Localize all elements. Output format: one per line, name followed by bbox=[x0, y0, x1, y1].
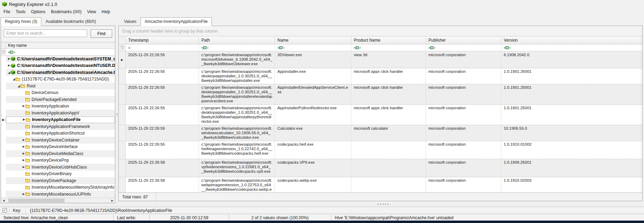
cell-timestamp[interactable]: 2025-11-29 22:26:59 bbox=[126, 125, 199, 141]
cell-product[interactable] bbox=[351, 159, 426, 177]
expand-arrow-icon[interactable]: ▶ bbox=[7, 64, 11, 67]
cell-timestamp[interactable]: 2025-11-29 22:26:58 bbox=[126, 177, 199, 192]
tab-amcache-inventoryapplicationfile[interactable]: Amcache-InventoryApplicationFile bbox=[141, 17, 212, 26]
cell-timestamp[interactable]: 2025-11-29 22:26:55 bbox=[126, 68, 199, 84]
expand-arrow-icon[interactable]: ▶ bbox=[22, 118, 26, 121]
cell-path[interactable]: c:\program files\windowsapps\microsoft.d… bbox=[199, 68, 275, 84]
filter-funnel-icon[interactable] bbox=[1, 49, 6, 55]
cell-publisher[interactable]: microsoft corporation bbox=[426, 177, 501, 192]
cell-version[interactable]: 1.0.1901.25001 bbox=[501, 84, 641, 104]
tree-horizontal-scrollbar[interactable]: ◀ ▶ bbox=[1, 198, 115, 203]
tree-row-inventoryapplicationshortcut[interactable]: InventoryApplicationShortcut bbox=[1, 130, 115, 137]
tree-row-inventorydevicecontainer[interactable]: ▶ InventoryDeviceContainer bbox=[1, 137, 115, 144]
grid-row-3dviewer-exe[interactable]: ▶2025-11-29 22:26:55c:\program files\win… bbox=[119, 52, 642, 68]
column-header-version[interactable]: Version bbox=[501, 36, 641, 44]
cell-publisher[interactable]: microsoft corporation bbox=[426, 105, 501, 125]
expand-arrow-icon[interactable]: ◢ bbox=[17, 84, 20, 88]
menu-item-view[interactable]: View bbox=[84, 9, 99, 15]
cell-name[interactable]: codecpacks.webp.exe bbox=[275, 177, 351, 192]
key-checkbox[interactable]: ✓ bbox=[2, 208, 7, 213]
grid-row-codecpacks-vp9-exe[interactable]: 2025-11-29 22:26:58c:\program files\wind… bbox=[119, 159, 642, 177]
tree-row-driverpackageextended[interactable]: DriverPackageExtended bbox=[1, 96, 115, 103]
filter-cell-version[interactable]: aBc bbox=[501, 44, 641, 51]
cell-timestamp[interactable]: 2025-11-29 22:26:55 bbox=[126, 141, 199, 159]
expand-arrow-icon[interactable]: ▶ bbox=[22, 192, 25, 196]
column-header-path[interactable]: Path bbox=[199, 36, 275, 44]
cell-version[interactable]: 10.1906.55.0 bbox=[501, 125, 641, 141]
tree-row-root[interactable]: ◢ Root bbox=[1, 83, 115, 89]
cell-path[interactable]: c:\program files\windowsapps\microsoft.d… bbox=[199, 105, 275, 125]
cell-version[interactable]: 1.0.1901.25001 bbox=[501, 68, 641, 84]
cell-product[interactable] bbox=[351, 141, 426, 159]
tree-row-inventorydriverpackage[interactable]: InventoryDriverPackage bbox=[1, 177, 115, 184]
tree-row-inventoryapplicationframework[interactable]: InventoryApplicationFramework bbox=[1, 123, 115, 130]
menu-item-help[interactable]: Help bbox=[99, 9, 113, 15]
tree-row-11517b7c-e79d-4e20-961b-75a811715add[interactable]: ◢ {11517B7C-E79D-4e20-961B-75A811715ADD} bbox=[1, 76, 115, 83]
scroll-right-icon[interactable]: ▶ bbox=[110, 199, 115, 202]
cell-product[interactable]: microsoft appx click handler bbox=[351, 68, 426, 84]
cell-product[interactable]: view 3d bbox=[351, 52, 426, 68]
tree-row-c-users-sansdfir-downloads-testcase-ntus[interactable]: ▶ C:\Users\sansdfir\Downloads\testcase\N… bbox=[1, 62, 115, 69]
filter-cell-publisher[interactable]: aBc bbox=[426, 44, 501, 51]
tree-row-devicecensus[interactable]: DeviceCensus bbox=[1, 89, 115, 96]
cell-name[interactable]: Calculator.exe bbox=[275, 125, 351, 141]
column-header-timestamp[interactable]: Timestamp bbox=[126, 36, 199, 44]
column-header-name[interactable]: Name bbox=[275, 36, 351, 44]
tree-row-inventorydriverbinary[interactable]: InventoryDriverBinary bbox=[1, 171, 115, 178]
cell-name[interactable]: AppInstaller.exe bbox=[275, 68, 351, 84]
cell-version[interactable]: 1.0.1910.01002 bbox=[501, 141, 641, 159]
scroll-left-icon[interactable]: ◀ bbox=[1, 199, 6, 202]
cell-version[interactable]: 1.0.1909.25001 bbox=[501, 159, 641, 177]
cell-publisher[interactable]: microsoft corporation bbox=[426, 125, 501, 141]
tree-row-inventorydeviceusbhubclass[interactable]: ▶ InventoryDeviceUsbHubClass bbox=[1, 164, 115, 171]
cell-product[interactable]: microsoft calculator bbox=[351, 125, 426, 141]
cell-version[interactable]: 1.0.1910.02003 bbox=[501, 177, 641, 192]
tab-values[interactable]: Values bbox=[120, 17, 141, 26]
tree-row-inventorydevicemediaclass[interactable]: ▶ InventoryDeviceMediaClass bbox=[1, 150, 115, 157]
tree-row-inventorydeviceinterface[interactable]: ▶ InventoryDeviceInterface bbox=[1, 144, 115, 151]
cell-product[interactable]: microsoft appx click handler bbox=[351, 105, 426, 125]
filter-cell-name[interactable]: aBc bbox=[275, 44, 351, 51]
cell-path[interactable]: c:\program files\windowsapps\microsoft.w… bbox=[199, 177, 275, 192]
expand-arrow-icon[interactable]: ▶ bbox=[7, 57, 11, 61]
group-by-bar[interactable]: Drag a column header here to group by th… bbox=[119, 26, 642, 36]
scrollbar-track[interactable] bbox=[6, 198, 110, 203]
expand-arrow-icon[interactable]: ◢ bbox=[12, 77, 16, 81]
cell-version[interactable]: 1.0.1901.25001 bbox=[501, 105, 641, 125]
tree-row-inventoryapplicationappv[interactable]: InventoryApplicationAppV bbox=[1, 110, 115, 117]
tree-row-inventorydevicepnp[interactable]: ▶ InventoryDevicePnp bbox=[1, 157, 115, 164]
column-header-product-name[interactable]: Product Name bbox=[351, 36, 426, 44]
tree-row-c-users-sansdfir-downloads-testcase-syst[interactable]: ▶ C:\Users\sansdfir\Downloads\testcase\S… bbox=[1, 55, 115, 62]
panel-splitter[interactable]: •••• bbox=[115, 26, 118, 203]
cell-publisher[interactable]: microsoft corporation bbox=[426, 52, 501, 68]
cell-path[interactable]: c:\program files\windowsapps\microsoft.d… bbox=[199, 84, 275, 104]
tree-row-c-users-sansdfir-downloads-testcase-amca[interactable]: ◢ C:\Users\sansdfir\Downloads\testcase\A… bbox=[1, 69, 115, 76]
cell-name[interactable]: AppInstallerPythonRedirector.exe bbox=[275, 105, 351, 125]
tree-row-inventorymiscellaneousuupinfo[interactable]: ▶ InventoryMiscellaneousUUPInfo bbox=[1, 191, 115, 198]
tree-row-inventoryapplication[interactable]: ▶ InventoryApplication bbox=[1, 103, 115, 110]
menu-item-options[interactable]: Options bbox=[28, 9, 48, 15]
expand-arrow-icon[interactable]: ▶ bbox=[22, 165, 25, 169]
find-button[interactable]: Find bbox=[91, 29, 112, 38]
cell-timestamp[interactable]: 2025-11-29 22:26:55 bbox=[126, 52, 199, 68]
expand-arrow-icon[interactable]: ▶ bbox=[22, 152, 25, 155]
grid-row-appinstallerpythonredirector-exe[interactable]: 2025-11-29 22:26:55c:\program files\wind… bbox=[119, 105, 642, 125]
tree-row-inventorymiscellaneousmemoryslotarrayinf[interactable]: InventoryMiscellaneousMemorySlotArrayInf… bbox=[1, 184, 115, 191]
cell-name[interactable]: codecpacks.VP9.exe bbox=[275, 159, 351, 177]
cell-publisher[interactable]: microsoft corporation bbox=[426, 68, 501, 84]
tree-filter-cell[interactable]: aBc bbox=[6, 49, 115, 55]
cell-timestamp[interactable]: 2025-11-29 22:26:55 bbox=[126, 105, 199, 125]
cell-product[interactable] bbox=[351, 177, 426, 192]
cell-path[interactable]: c:\program files\windowsapps\microsoft.h… bbox=[199, 141, 275, 159]
tab-available-bookmarks-65-0[interactable]: Available bookmarks (65/0) bbox=[41, 17, 100, 26]
filter-cell-timestamp[interactable]: = bbox=[126, 44, 199, 51]
expand-arrow-icon[interactable]: ▶ bbox=[22, 158, 25, 162]
grid-row-appinstaller-exe[interactable]: 2025-11-29 22:26:55c:\program files\wind… bbox=[119, 68, 642, 84]
cell-path[interactable]: c:\program files\windowsapps\microsoft.v… bbox=[199, 159, 275, 177]
tree-row-inventoryapplicationfile[interactable]: ▶ ▶ InventoryApplicationFile bbox=[1, 117, 115, 123]
grid-row-codecpacks-webp-exe[interactable]: 2025-11-29 22:26:58c:\program files\wind… bbox=[119, 177, 642, 192]
tree-column-header[interactable]: Key name bbox=[6, 42, 29, 49]
horizontal-splitter[interactable]: ••••• bbox=[368, 203, 399, 206]
menu-item-bookmarks-0-0[interactable]: Bookmarks (0/0) bbox=[48, 9, 84, 15]
cell-publisher[interactable]: microsoft corporation bbox=[426, 84, 501, 104]
